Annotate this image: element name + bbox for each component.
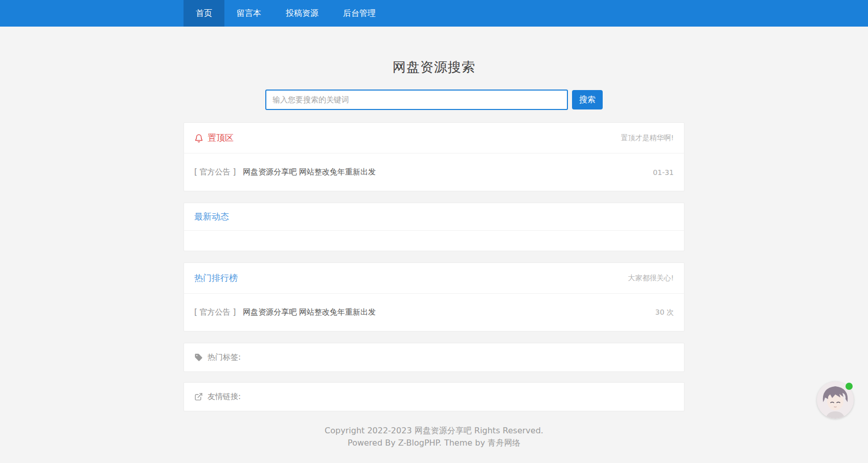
online-status-dot bbox=[846, 383, 853, 390]
pinned-section-header: 置顶区 置顶才是精华啊! bbox=[184, 123, 684, 153]
hot-tags-label: 热门标签: bbox=[208, 352, 241, 362]
page-title: 网盘资源搜索 bbox=[184, 58, 684, 76]
friendly-links-bar: 友情链接: bbox=[184, 382, 684, 411]
search-button[interactable]: 搜索 bbox=[572, 90, 603, 109]
item-category-badge: [ 官方公告 ] bbox=[194, 167, 236, 177]
hot-ranking-header: 热门排行榜 大家都很关心! bbox=[184, 263, 684, 293]
main-content: 网盘资源搜索 搜索 置顶区 置顶才是精华啊! [ 官方公告 ] 网盘资源分享吧 … bbox=[184, 58, 684, 455]
pinned-section-title-text: 置顶区 bbox=[208, 132, 234, 144]
hot-list-item: [ 官方公告 ] 网盘资源分享吧 网站整改兔年重新出发 30 次 bbox=[184, 293, 684, 331]
hot-tags-bar: 热门标签: bbox=[184, 343, 684, 372]
item-view-count: 30 次 bbox=[655, 308, 674, 317]
hot-ranking-section: 热门排行榜 大家都很关心! [ 官方公告 ] 网盘资源分享吧 网站整改兔年重新出… bbox=[184, 262, 684, 332]
tag-icon bbox=[194, 353, 203, 362]
latest-section: 最新动态 bbox=[184, 203, 684, 251]
search-input[interactable] bbox=[265, 90, 568, 110]
top-navbar: 首页 留言本 投稿资源 后台管理 bbox=[0, 0, 868, 27]
item-date: 01-31 bbox=[653, 168, 674, 177]
pinned-section-subtitle: 置顶才是精华啊! bbox=[621, 134, 674, 143]
item-category-badge: [ 官方公告 ] bbox=[194, 307, 236, 317]
page-footer: Copyright 2022-2023 网盘资源分享吧 Rights Reser… bbox=[184, 425, 684, 455]
nav-item-submit-resources[interactable]: 投稿资源 bbox=[273, 0, 331, 27]
footer-powered-by: Powered By Z-BlogPHP. Theme by 青舟网络 bbox=[184, 437, 684, 449]
pinned-section: 置顶区 置顶才是精华啊! [ 官方公告 ] 网盘资源分享吧 网站整改兔年重新出发… bbox=[184, 122, 684, 191]
item-title-link[interactable]: 网盘资源分享吧 网站整改兔年重新出发 bbox=[243, 167, 376, 177]
hot-ranking-title[interactable]: 热门排行榜 bbox=[194, 272, 238, 284]
latest-empty-body bbox=[184, 230, 684, 251]
item-title-link[interactable]: 网盘资源分享吧 网站整改兔年重新出发 bbox=[243, 307, 376, 317]
bell-icon bbox=[194, 134, 203, 143]
friendly-links-label: 友情链接: bbox=[208, 392, 241, 402]
latest-section-header: 最新动态 bbox=[184, 203, 684, 230]
search-bar: 搜索 bbox=[184, 90, 684, 110]
pinned-list-item: [ 官方公告 ] 网盘资源分享吧 网站整改兔年重新出发 01-31 bbox=[184, 153, 684, 191]
nav-item-admin[interactable]: 后台管理 bbox=[331, 0, 388, 27]
latest-section-title[interactable]: 最新动态 bbox=[194, 211, 229, 223]
footer-copyright: Copyright 2022-2023 网盘资源分享吧 Rights Reser… bbox=[184, 425, 684, 437]
navbar-inner: 首页 留言本 投稿资源 后台管理 bbox=[184, 0, 684, 27]
nav-item-home[interactable]: 首页 bbox=[184, 0, 224, 27]
pinned-section-title: 置顶区 bbox=[194, 132, 234, 144]
external-link-icon bbox=[194, 392, 203, 401]
nav-item-guestbook[interactable]: 留言本 bbox=[224, 0, 273, 27]
chat-widget[interactable] bbox=[817, 382, 854, 418]
hot-ranking-subtitle: 大家都很关心! bbox=[628, 274, 674, 283]
